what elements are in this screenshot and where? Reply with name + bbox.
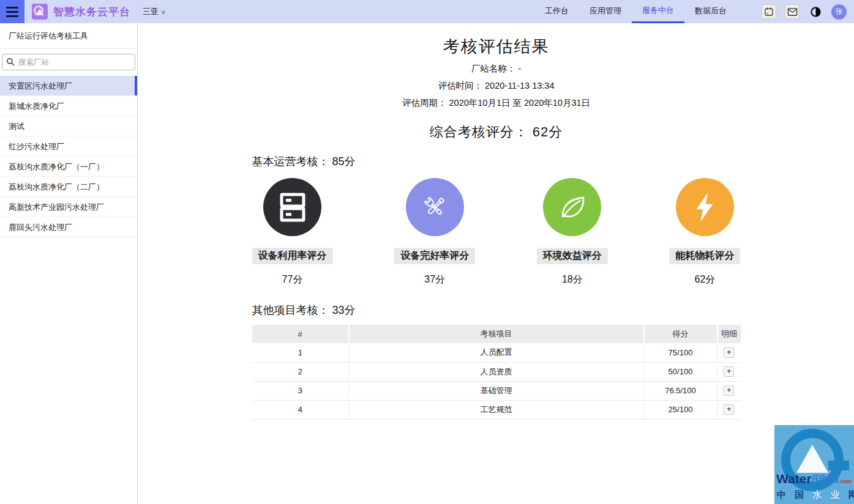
plant-list-item[interactable]: 测试 bbox=[0, 116, 137, 136]
search-input[interactable] bbox=[2, 54, 135, 70]
top-navbar: 智慧水务云平台 三亚 ∨ 工作台 应用管理 服务中台 数据后台 bbox=[0, 0, 854, 23]
search-icon bbox=[6, 57, 15, 69]
calendar-icon[interactable] bbox=[762, 4, 776, 19]
metric-card-equipment-utilization: 设备利用率评分 77分 bbox=[252, 178, 333, 286]
mail-icon[interactable] bbox=[785, 4, 800, 19]
leaf-icon bbox=[543, 178, 601, 236]
metric-label: 设备完好率评分 bbox=[394, 248, 475, 264]
table-row: 3 基础管理 76.5/100 + bbox=[252, 381, 741, 400]
region-dropdown[interactable]: 三亚 ∨ bbox=[143, 6, 165, 17]
plant-list-item[interactable]: 荔枝沟水质净化厂（二厂） bbox=[0, 177, 137, 197]
app-title: 智慧水务云平台 bbox=[53, 5, 130, 19]
table-row: 4 工艺规范 25/100 + bbox=[252, 400, 741, 419]
table-header-detail: 明细 bbox=[717, 325, 741, 343]
watermark-mountain-icon bbox=[796, 445, 828, 473]
metric-label: 设备利用率评分 bbox=[252, 248, 333, 264]
primary-nav: 工作台 应用管理 服务中台 数据后台 bbox=[534, 0, 737, 23]
user-avatar[interactable]: 张 bbox=[831, 4, 847, 20]
metric-card-energy-consumption: 能耗物耗评分 62分 bbox=[669, 178, 740, 286]
theme-contrast-icon[interactable] bbox=[808, 4, 823, 19]
metric-score: 62分 bbox=[695, 273, 716, 286]
server-icon bbox=[263, 178, 321, 236]
expand-row-button[interactable]: + bbox=[724, 366, 734, 377]
table-row: 2 人员资质 50/100 + bbox=[252, 362, 741, 381]
expand-row-button[interactable]: + bbox=[724, 347, 734, 358]
table-header-score: 得分 bbox=[644, 325, 717, 343]
page-title: 考核评估结果 bbox=[252, 35, 741, 57]
bolt-icon bbox=[676, 178, 734, 236]
table-row: 1 人员配置 75/100 + bbox=[252, 343, 741, 362]
nav-item-data-backend[interactable]: 数据后台 bbox=[684, 0, 737, 23]
menu-hamburger-button[interactable] bbox=[0, 0, 24, 23]
expand-row-button[interactable]: + bbox=[724, 404, 734, 415]
navbar-icon-group: 张 bbox=[762, 4, 847, 20]
table-header-index: # bbox=[252, 325, 349, 343]
assess-period-line: 评估周期： 2020年10月1日 至 2020年10月31日 bbox=[252, 97, 741, 109]
metric-label: 环境效益评分 bbox=[537, 248, 608, 264]
metric-card-environmental-benefit: 环境效益评分 18分 bbox=[537, 178, 608, 286]
app-logo-icon bbox=[32, 4, 48, 20]
metric-score: 77分 bbox=[282, 273, 303, 286]
metric-cards-row: 设备利用率评分 77分 bbox=[252, 178, 741, 286]
plant-list-item[interactable]: 高新技术产业园污水处理厂 bbox=[0, 197, 137, 217]
other-assessment-heading: 其他项目考核： 33分 bbox=[252, 303, 741, 317]
region-label: 三亚 bbox=[143, 6, 159, 17]
water8848-watermark-logo: Water8848.com 中 国 水 业 网 bbox=[774, 425, 854, 504]
nav-item-app-management[interactable]: 应用管理 bbox=[579, 0, 632, 23]
plant-list-item[interactable]: 新城水质净化厂 bbox=[0, 96, 137, 116]
overall-score: 综合考核评分： 62分 bbox=[252, 123, 741, 141]
watermark-caption-text: 中 国 水 业 网 bbox=[777, 489, 854, 501]
other-assessment-table: # 考核项目 得分 明细 1 人员配置 75/100 + 2 人员资质 50/1… bbox=[252, 325, 741, 420]
nav-item-workbench[interactable]: 工作台 bbox=[534, 0, 579, 23]
plant-sidebar: 厂站运行评估考核工具 安置区污水处理厂 新城水质净化厂 测试 红沙污水处理厂 荔… bbox=[0, 23, 138, 504]
metric-score: 18分 bbox=[562, 273, 583, 286]
metric-label: 能耗物耗评分 bbox=[669, 248, 740, 264]
plant-list: 安置区污水处理厂 新城水质净化厂 测试 红沙污水处理厂 荔枝沟水质净化厂（一厂）… bbox=[0, 76, 137, 237]
watermark-brand-text: Water8848.com bbox=[776, 472, 852, 486]
expand-row-button[interactable]: + bbox=[724, 385, 734, 396]
plant-list-item[interactable]: 红沙污水处理厂 bbox=[0, 136, 137, 157]
plant-list-item[interactable]: 安置区污水处理厂 bbox=[0, 76, 137, 96]
plant-list-item[interactable]: 荔枝沟水质净化厂（一厂） bbox=[0, 157, 137, 177]
plant-list-item[interactable]: 鹿回头污水处理厂 bbox=[0, 217, 137, 237]
assessment-result-panel: 考核评估结果 厂站名称： - 评估时间： 2020-11-13 13:34 评估… bbox=[138, 23, 854, 504]
watermark-g-bar bbox=[828, 461, 849, 470]
metric-card-equipment-condition: 设备完好率评分 37分 bbox=[394, 178, 475, 286]
sidebar-title: 厂站运行评估考核工具 bbox=[0, 23, 137, 49]
plant-name-line: 厂站名称： - bbox=[252, 63, 741, 75]
tools-icon bbox=[406, 178, 464, 236]
table-header-item: 考核项目 bbox=[349, 325, 644, 343]
chevron-down-icon: ∨ bbox=[161, 9, 165, 15]
basic-assessment-heading: 基本运营考核： 85分 bbox=[252, 154, 741, 169]
assess-time-line: 评估时间： 2020-11-13 13:34 bbox=[252, 80, 741, 92]
metric-score: 37分 bbox=[424, 273, 445, 286]
nav-item-service-center[interactable]: 服务中台 bbox=[632, 0, 684, 23]
plant-search bbox=[0, 49, 137, 76]
